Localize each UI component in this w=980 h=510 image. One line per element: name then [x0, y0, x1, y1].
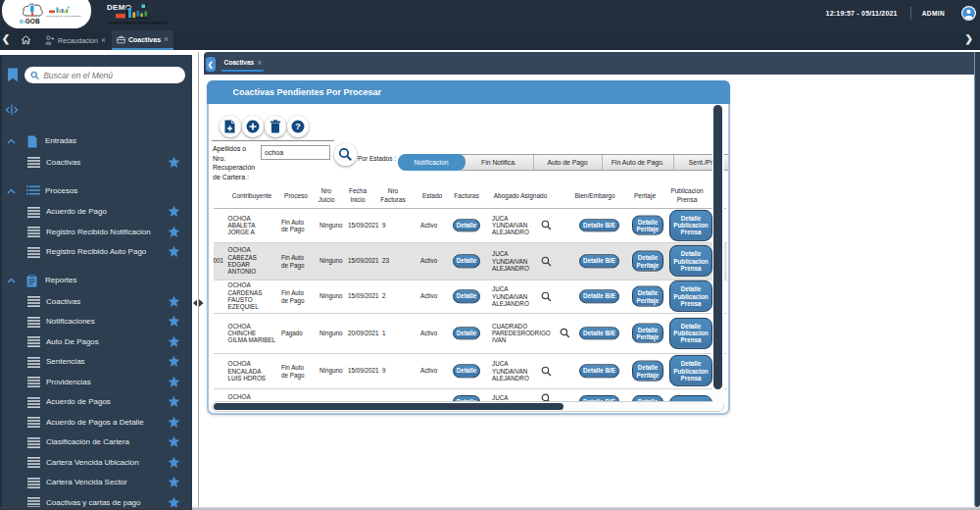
favorite-star-icon[interactable]	[168, 335, 180, 348]
sidebar-item-registro-recibido-notificacion[interactable]: Registro Recibido Notificacion	[2, 222, 192, 242]
favorite-star-icon[interactable]	[168, 435, 180, 448]
detalle-peritaje-button[interactable]: Detalle Peritaje	[632, 215, 663, 235]
sidebar-search-input[interactable]	[43, 71, 179, 80]
new-document-button[interactable]	[220, 116, 241, 137]
help-button[interactable]: ?	[287, 116, 309, 137]
detalle-publicacion-button[interactable]: Detalle Publicacion Prensa	[669, 245, 712, 277]
table-row[interactable]: OCHOA ABALETA JORGE AFin Auto de PagoNin…	[214, 209, 727, 243]
sidebar-item-coactivas[interactable]: Coactivas	[2, 291, 192, 312]
detalle-be-button[interactable]: Detalle B/E	[579, 255, 619, 268]
detalle-peritaje-button[interactable]: Detalle Peritaje	[632, 395, 663, 401]
detalle-publicacion-button[interactable]: Detalle Publicacion Prensa	[669, 317, 712, 348]
detalle-be-button[interactable]: Detalle B/E	[579, 327, 619, 339]
segment-fin-auto-de-pago[interactable]: Fin Auto de Pago.	[603, 155, 675, 170]
nav-forward-chevron[interactable]: ❯	[965, 33, 973, 44]
sidebar-section-entradas[interactable]: Entradas	[2, 131, 192, 152]
delete-button[interactable]	[265, 116, 286, 137]
detalle-peritaje-button[interactable]: Detalle Peritaje	[632, 361, 663, 382]
favorite-star-icon[interactable]	[168, 416, 180, 429]
sidebar-item-acuerdo-de-pagos[interactable]: Acuerdo de Pagos	[2, 392, 192, 413]
sidebar-section-reportes[interactable]: Reportes	[2, 271, 192, 291]
splitter-left-arrow-icon[interactable]	[193, 299, 198, 307]
segment-notificacion[interactable]: Notificacion	[398, 154, 466, 171]
window-scrollbar[interactable]	[974, 52, 980, 507]
tab-recaudacion[interactable]: Recaudacion ×	[40, 30, 111, 50]
sidebar-item-clasificaci-n-de-cartera[interactable]: Clasificación de Cartera	[2, 433, 192, 453]
favorite-star-icon[interactable]	[168, 156, 180, 169]
segment-auto-de-pago[interactable]: Auto de Pago	[534, 155, 603, 170]
favorite-star-icon[interactable]	[168, 456, 180, 469]
favorite-star-icon[interactable]	[168, 245, 180, 258]
sidebar-item-providencias[interactable]: Providencias	[2, 372, 192, 392]
sidebar-item-cartera-vencida-ubicacion[interactable]: Cartera Vencida Ubicacion	[2, 452, 192, 473]
user-avatar[interactable]	[961, 6, 976, 21]
chevron-up-icon[interactable]	[7, 188, 16, 194]
row-search-icon[interactable]	[541, 393, 552, 401]
favorite-star-icon[interactable]	[168, 355, 180, 368]
sidebar-item-coactivas-y-cartas-de-pago[interactable]: Coactivas y cartas de pago	[2, 492, 192, 507]
apellidos-input[interactable]	[261, 145, 330, 160]
row-search-icon[interactable]	[541, 220, 552, 230]
tab-recaudacion-close-icon[interactable]: ×	[101, 35, 106, 45]
horizontal-scrollbar-track[interactable]	[212, 401, 724, 412]
sidebar-item-auto-de-pagos[interactable]: Auto De Pagos	[2, 332, 192, 352]
favorite-star-icon[interactable]	[168, 315, 180, 328]
detalle-be-button[interactable]: Detalle B/E	[579, 219, 619, 231]
detalle-facturas-button[interactable]: Detalle	[453, 365, 481, 378]
sidebar-item-acuerdo-de-pago[interactable]: Acuerdo de Pago	[2, 202, 192, 223]
collapse-sidebar-icon[interactable]	[5, 104, 19, 116]
tab-coactivas-close-icon[interactable]: ×	[164, 34, 169, 44]
detalle-publicacion-button[interactable]: Detalle Publicacion Prensa	[669, 355, 712, 386]
sidebar-item-notificaciones[interactable]: Notificaciones	[2, 312, 192, 332]
table-row[interactable]: OCHOA ENCALADA LUIS HDROSFin Auto de Pag…	[214, 354, 727, 390]
favorite-star-icon[interactable]	[168, 205, 180, 218]
detalle-facturas-button[interactable]: Detalle	[453, 219, 481, 231]
inner-back-button[interactable]: ❮	[206, 57, 216, 73]
sidebar-item-sentencias[interactable]: Sentencias	[2, 352, 192, 373]
detalle-be-button[interactable]: Detalle B/E	[579, 395, 619, 401]
favorite-star-icon[interactable]	[168, 476, 180, 488]
detalle-facturas-button[interactable]: Detalle	[453, 327, 481, 339]
sidebar-item-cartera-vencida-sector[interactable]: Cartera Vencida Sector	[2, 473, 192, 493]
detalle-be-button[interactable]: Detalle B/E	[579, 365, 619, 378]
favorite-star-icon[interactable]	[168, 496, 180, 508]
nav-back-chevron[interactable]: ❮	[1, 33, 11, 44]
panel-search-button[interactable]	[334, 143, 357, 166]
favorite-star-icon[interactable]	[168, 295, 180, 308]
detalle-publicacion-button[interactable]: Detalle Publicacion Prensa	[669, 395, 712, 401]
detalle-facturas-button[interactable]: Detalle	[453, 395, 481, 401]
sidebar-section-procesos[interactable]: Procesos	[2, 181, 192, 202]
favorite-star-icon[interactable]	[168, 226, 180, 238]
row-search-icon[interactable]	[541, 256, 552, 267]
add-button[interactable]	[242, 116, 264, 137]
table-row[interactable]: OCHOA CHINCHE GILMA MARIBELPagadoNinguno…	[214, 314, 727, 354]
splitter[interactable]	[192, 52, 204, 507]
tab-coactivas[interactable]: Coactivas ×	[112, 30, 173, 50]
chevron-up-icon[interactable]	[7, 138, 16, 144]
detalle-peritaje-button[interactable]: Detalle Peritaje	[632, 286, 663, 307]
vertical-scrollbar-thumb[interactable]	[713, 105, 722, 389]
detalle-facturas-button[interactable]: Detalle	[453, 255, 481, 268]
segment-fin-notifica[interactable]: Fin Notifica.	[466, 155, 534, 170]
favorite-star-icon[interactable]	[168, 376, 180, 388]
detalle-publicacion-button[interactable]: Detalle Publicacion Prensa	[669, 209, 712, 240]
table-row[interactable]: OCHOA CARDENAS FAUSTO EZEQUIELFin Auto d…	[214, 280, 727, 314]
detalle-be-button[interactable]: Detalle B/E	[579, 290, 619, 303]
home-icon[interactable]	[21, 34, 31, 45]
inner-tab-close-icon[interactable]: ×	[257, 58, 262, 68]
favorite-star-icon[interactable]	[168, 395, 180, 408]
detalle-peritaje-button[interactable]: Detalle Peritaje	[632, 251, 663, 272]
row-search-icon[interactable]	[541, 291, 552, 302]
row-search-icon[interactable]	[560, 328, 570, 338]
table-row[interactable]: 001OCHOA CABEZAS EDGAR ANTONIOFin Auto d…	[214, 243, 727, 281]
bookmark-icon[interactable]	[7, 68, 19, 82]
detalle-facturas-button[interactable]: Detalle	[453, 290, 481, 303]
detalle-publicacion-button[interactable]: Detalle Publicacion Prensa	[669, 280, 712, 312]
chevron-up-icon[interactable]	[7, 278, 16, 283]
sidebar-item-acuerdo-de-pagos-a-detalle[interactable]: Acuerdo de Pagos a Detalle	[2, 412, 192, 433]
sidebar-item-coactivas[interactable]: Coactivas	[2, 152, 192, 173]
horizontal-scrollbar-thumb[interactable]	[214, 403, 564, 410]
sidebar-item-registro-recibido-auto-pago[interactable]: Registro Recibido Auto Pago	[2, 242, 192, 263]
detalle-peritaje-button[interactable]: Detalle Peritaje	[632, 323, 663, 343]
row-search-icon[interactable]	[541, 366, 552, 377]
